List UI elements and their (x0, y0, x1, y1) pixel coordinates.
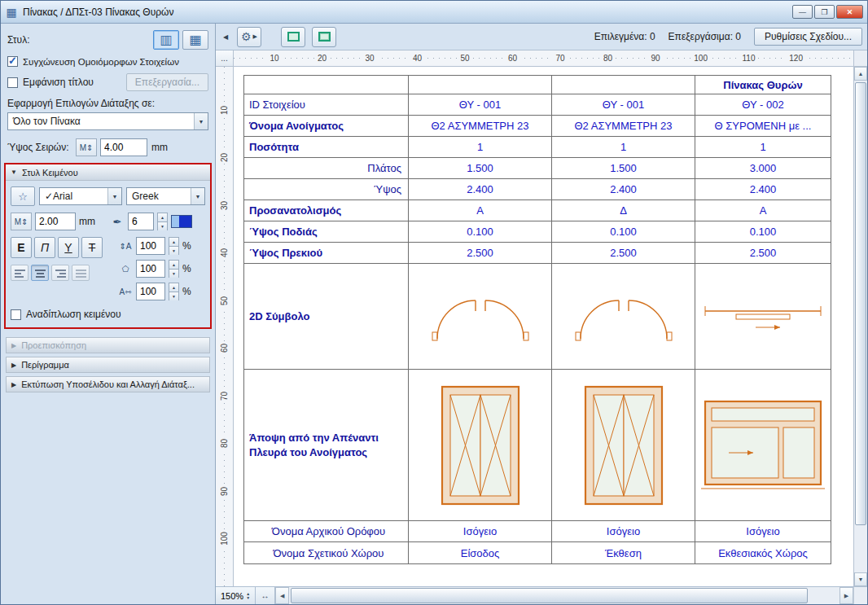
cell-value[interactable]: Είσοδος (409, 542, 552, 563)
cell-value[interactable]: Δ (552, 200, 695, 221)
symbol-cell[interactable] (409, 264, 552, 370)
char-spacing-input[interactable] (136, 283, 165, 300)
cell-value[interactable]: Ισόγειο (552, 521, 695, 542)
fit-width-button[interactable]: ↔ (256, 587, 275, 604)
strikethrough-button[interactable]: T (81, 237, 103, 258)
pen-spinner[interactable]: ▲▼ (157, 213, 168, 230)
cell-value[interactable]: 2.400 (409, 179, 552, 200)
close-button[interactable]: ✕ (836, 5, 863, 19)
show-title-checkbox[interactable] (7, 77, 18, 88)
zoom-spinner-icon[interactable]: ▲▼ (246, 592, 250, 600)
cell-value[interactable]: Έκθεση (552, 542, 695, 563)
pen-color-swatch[interactable] (171, 215, 192, 228)
align-center-button[interactable] (31, 265, 49, 281)
cell-value[interactable]: 1.500 (409, 158, 552, 179)
row-height-input[interactable] (100, 138, 147, 156)
cell-value[interactable]: 0.100 (552, 221, 695, 243)
ruler-options-button[interactable]: ... (216, 50, 234, 66)
table-row-header-height[interactable]: Ύψος Πρεκιού 2.500 2.500 2.500 (244, 243, 831, 264)
cell-value[interactable]: Θ ΣΥΡΟΜΕΝΗ με ... (695, 116, 831, 137)
cell-value[interactable]: Εκθεσιακός Χώρος (695, 542, 831, 563)
cell-value[interactable]: 0.100 (695, 221, 831, 243)
section-outline[interactable]: ▶ Περίγραμμα (6, 357, 210, 373)
table-row-2d-symbol[interactable]: 2D Σύμβολο (244, 264, 831, 370)
merge-items-checkbox[interactable] (7, 56, 18, 67)
style-grid-view-button[interactable]: ▦ (182, 30, 208, 50)
minimize-button[interactable]: — (792, 5, 813, 19)
collapse-sidebar-button[interactable]: ◀ (221, 28, 230, 45)
symbol-cell[interactable] (695, 264, 831, 370)
table-row-height[interactable]: Ύψος 2.400 2.400 2.400 (244, 179, 831, 200)
elevation-cell[interactable] (695, 370, 831, 521)
line-spacing-spinner[interactable]: ▲▼ (169, 237, 179, 255)
elevation-cell[interactable] (552, 370, 695, 521)
width-factor-input[interactable] (136, 260, 165, 278)
cell-value[interactable]: 1.500 (552, 158, 695, 179)
italic-button[interactable]: Π (34, 237, 55, 258)
cell-value[interactable]: 2.500 (695, 243, 831, 264)
edit-title-button[interactable]: Επεξεργασία... (126, 73, 208, 91)
align-justify-button[interactable] (72, 265, 90, 281)
titlebar[interactable]: ▦ Πίνακας / ΔΠΣτ-03 Πίνακας Θυρών — ❐ ✕ (1, 1, 867, 24)
cell-value[interactable]: Ισόγειο (695, 521, 831, 542)
cell-value[interactable]: 2.400 (695, 179, 831, 200)
table-row-quantity[interactable]: Ποσότητα 1 1 1 (244, 137, 831, 158)
cell-value[interactable]: 2.500 (409, 243, 552, 264)
pen-number-input[interactable] (128, 213, 154, 230)
wrap-text-checkbox[interactable] (11, 309, 21, 320)
cell-value[interactable]: 0.100 (409, 221, 552, 243)
scheme-settings-button[interactable]: ⚙ ▶ (237, 27, 261, 47)
scroll-down-arrow[interactable]: ▼ (854, 572, 867, 586)
table-row-home-story[interactable]: Όνομα Αρχικού Ορόφου Ισόγειο Ισόγειο Ισό… (244, 521, 831, 542)
cell-value[interactable]: Θ2 ΑΣΥΜΜΕΤΡΗ 23 (552, 116, 695, 137)
align-right-button[interactable] (51, 265, 69, 281)
table-row-orientation[interactable]: Προσανατολισμός Α Δ Α (244, 200, 831, 221)
script-select[interactable]: Greek ▼ (126, 187, 205, 205)
symbol-cell[interactable] (552, 264, 695, 370)
align-left-button[interactable] (11, 265, 28, 281)
cell-value[interactable]: Θ2 ΑΣΥΜΜΕΤΡΗ 23 (409, 116, 552, 137)
cell-value[interactable]: 2.500 (552, 243, 695, 264)
section-footer-layout[interactable]: ▶ Εκτύπωση Υποσέλιδου και Αλλαγή Διάταξ.… (6, 376, 210, 392)
text-style-header[interactable]: ▼ Στυλ Κειμένου (6, 164, 210, 181)
scroll-right-arrow[interactable]: ▶ (840, 587, 853, 604)
style-table-view-button[interactable]: ▥ (153, 30, 179, 50)
vertical-scrollbar[interactable]: ▲ ▼ (853, 67, 867, 586)
table-row-related-zone[interactable]: Όνομα Σχετικού Χώρου Είσοδος Έκθεση Εκθε… (244, 542, 831, 563)
fit-table-button[interactable] (312, 27, 336, 47)
line-spacing-input[interactable] (136, 237, 165, 255)
cell-value[interactable]: 1 (409, 137, 552, 158)
scroll-up-arrow[interactable]: ▲ (854, 67, 867, 81)
underline-button[interactable]: Y (58, 237, 79, 258)
table-row-id[interactable]: ID Στοιχείου ΘΥ - 001 ΘΥ - 001 ΘΥ - 002 (244, 94, 831, 116)
door-schedule-table[interactable]: Πίνακας Θυρών ID Στοιχείου ΘΥ - 001 ΘΥ -… (243, 75, 831, 564)
schedule-canvas[interactable]: Πίνακας Θυρών ID Στοιχείου ΘΥ - 001 ΘΥ -… (234, 67, 853, 586)
favorites-button[interactable]: ☆ (11, 186, 35, 206)
char-spacing-spinner[interactable]: ▲▼ (169, 283, 179, 300)
cell-value[interactable]: Α (409, 200, 552, 221)
maximize-button[interactable]: ❐ (814, 5, 835, 19)
cell-value[interactable]: 3.000 (695, 158, 831, 179)
drawing-settings-button[interactable]: Ρυθμίσεις Σχεδίου... (754, 28, 862, 46)
font-select[interactable]: ✓Arial ▼ (39, 187, 122, 205)
cell-value[interactable]: ΘΥ - 001 (409, 94, 552, 116)
zoom-control[interactable]: 150% ▲▼ (216, 587, 256, 604)
cell-value[interactable]: Α (695, 200, 831, 221)
section-preview[interactable]: ▶ Προεπισκόπηση (6, 337, 210, 353)
apply-layout-select[interactable]: Όλο τον Πίνακα ▼ (7, 112, 208, 130)
cell-value[interactable]: 2.400 (552, 179, 695, 200)
table-row-sill-height[interactable]: Ύψος Ποδιάς 0.100 0.100 0.100 (244, 221, 831, 243)
cell-value[interactable]: 1 (552, 137, 695, 158)
zoom-to-table-button[interactable] (281, 27, 305, 47)
table-row-elevation[interactable]: Άποψη από την Απέναντι Πλευρά του Ανοίγμ… (244, 370, 831, 521)
bold-button[interactable]: E (11, 237, 32, 258)
table-row-width[interactable]: Πλάτος 1.500 1.500 3.000 (244, 158, 831, 179)
horizontal-scrollbar[interactable]: ◀ ▶ (275, 587, 853, 604)
horizontal-scroll-thumb[interactable] (291, 588, 808, 603)
width-factor-spinner[interactable]: ▲▼ (169, 260, 179, 278)
text-size-input[interactable] (35, 213, 76, 230)
cell-value[interactable]: ΘΥ - 002 (695, 94, 831, 116)
scroll-left-arrow[interactable]: ◀ (275, 587, 289, 604)
table-row-opening-name[interactable]: Όνομα Ανοίγματος Θ2 ΑΣΥΜΜΕΤΡΗ 23 Θ2 ΑΣΥΜ… (244, 116, 831, 137)
cell-value[interactable]: 1 (695, 137, 831, 158)
